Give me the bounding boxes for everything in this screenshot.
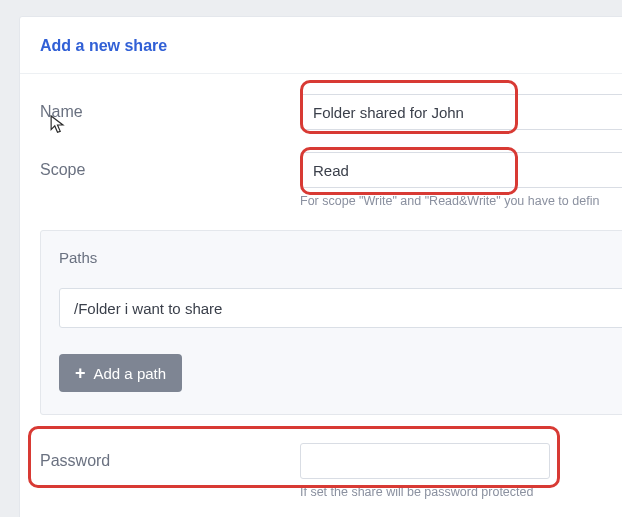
label-name: Name bbox=[20, 94, 300, 130]
card-title: Add a new share bbox=[20, 17, 622, 74]
paths-title: Paths bbox=[59, 249, 622, 266]
page-root: Add a new share Name Scope Read For scop… bbox=[0, 0, 622, 517]
paths-panel: Paths + Add a path bbox=[40, 230, 622, 415]
control-scope: Read For scope "Write" and "Read&Write" … bbox=[300, 152, 622, 208]
row-scope: Scope Read For scope "Write" and "Read&W… bbox=[20, 152, 622, 208]
path-input-0[interactable] bbox=[59, 288, 622, 328]
share-form: Name Scope Read For scope "Write" and "R… bbox=[20, 74, 622, 499]
add-path-button[interactable]: + Add a path bbox=[59, 354, 182, 392]
plus-icon: + bbox=[75, 364, 86, 382]
scope-select[interactable]: Read bbox=[300, 152, 622, 188]
password-helper: If set the share will be password protec… bbox=[300, 485, 622, 499]
control-password: If set the share will be password protec… bbox=[300, 443, 622, 499]
row-name: Name bbox=[20, 94, 622, 130]
scope-helper: For scope "Write" and "Read&Write" you h… bbox=[300, 194, 622, 208]
row-password: Password If set the share will be passwo… bbox=[20, 443, 622, 499]
password-input[interactable] bbox=[300, 443, 550, 479]
control-name bbox=[300, 94, 622, 130]
add-path-label: Add a path bbox=[94, 365, 167, 382]
share-form-card: Add a new share Name Scope Read For scop… bbox=[19, 16, 622, 517]
name-input[interactable] bbox=[300, 94, 622, 130]
label-password: Password bbox=[20, 443, 300, 479]
scope-value: Read bbox=[313, 162, 349, 179]
label-scope: Scope bbox=[20, 152, 300, 188]
